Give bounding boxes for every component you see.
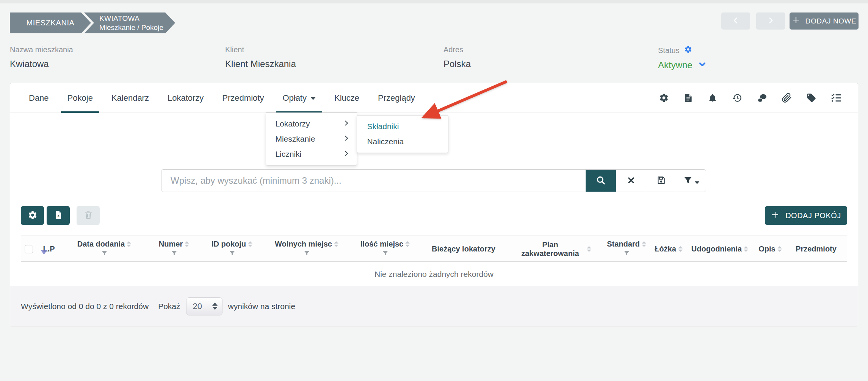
column-header-lp[interactable]: L.P xyxy=(37,236,61,261)
apartment-rooms-page: MIESZKANIA KWIATOWA Mieszkanie / Pokoje … xyxy=(0,0,868,381)
svg-text:x: x xyxy=(57,214,60,218)
address-label: Adres xyxy=(443,45,471,54)
empty-state-text: Nie znaleziono żadnych rekordów xyxy=(374,270,494,279)
breadcrumb-current[interactable]: KWIATOWA Mieszkanie / Pokoje xyxy=(84,12,175,33)
address-value: Polska xyxy=(443,59,471,69)
client-link[interactable]: Klient Mieszkania xyxy=(225,59,296,69)
empty-state-row: Nie znaleziono żadnych rekordów xyxy=(21,262,847,287)
breadcrumb-current-subtitle: Mieszkanie / Pokoje xyxy=(99,23,175,32)
column-header-standard[interactable]: Standard xyxy=(600,236,653,261)
sort-icons[interactable] xyxy=(127,241,131,247)
breadcrumb-root[interactable]: MIESZKANIA xyxy=(10,12,91,33)
column-header-id-pokoju[interactable]: ID pokoju xyxy=(201,236,263,261)
submenu-item-naliczenia[interactable]: Naliczenia xyxy=(357,134,448,149)
chevron-left-icon xyxy=(732,16,740,26)
menu-item-lokatorzy[interactable]: Lokatorzy xyxy=(266,116,357,131)
sort-icons[interactable] xyxy=(587,246,591,252)
caret-down-icon xyxy=(310,97,316,100)
tab-dane[interactable]: Dane xyxy=(22,83,55,112)
column-header-opis[interactable]: Opis xyxy=(755,236,785,261)
checklist-icon[interactable] xyxy=(831,92,842,103)
breadcrumb-root-label: MIESZKANIA xyxy=(26,19,74,27)
search-input[interactable] xyxy=(161,170,586,192)
delete-selected-button[interactable] xyxy=(77,206,100,225)
column-header-wolnych-miejsc[interactable]: Wolnych miejsc xyxy=(263,236,350,261)
sort-icons[interactable] xyxy=(678,246,683,252)
sort-icons[interactable] xyxy=(642,241,646,247)
document-icon[interactable] xyxy=(683,93,693,103)
column-header-data-dodania[interactable]: Data dodania xyxy=(61,236,147,261)
filter-funnel-icon[interactable] xyxy=(229,250,236,259)
sort-icons[interactable] xyxy=(185,241,189,247)
add-room-button[interactable]: DODAJ POKÓJ xyxy=(765,206,847,225)
save-icon xyxy=(656,175,666,186)
search-icon xyxy=(595,175,606,187)
field-apartment-name: Nazwa mieszkania Kwiatowa xyxy=(10,45,73,69)
sort-icons[interactable] xyxy=(405,241,410,247)
status-chevron-down-icon[interactable] xyxy=(699,60,706,70)
tab-kalendarz[interactable]: Kalendarz xyxy=(105,83,155,112)
filter-funnel-icon[interactable] xyxy=(101,250,108,259)
table-settings-button[interactable] xyxy=(21,206,44,225)
select-all-checkbox[interactable] xyxy=(25,245,33,253)
menu-item-mieszkanie[interactable]: Mieszkanie xyxy=(266,131,357,147)
clear-search-button[interactable] xyxy=(616,170,646,192)
column-header-numer[interactable]: Numer xyxy=(147,236,201,261)
filter-funnel-icon[interactable] xyxy=(171,250,178,259)
column-header-udogodnienia[interactable]: Udogodnienia xyxy=(684,236,755,261)
tab-lokatorzy[interactable]: Lokatorzy xyxy=(161,83,210,112)
rooms-card: Dane Pokoje Kalendarz Lokatorzy Przedmio… xyxy=(10,83,858,326)
per-page-label: wyników na stronie xyxy=(228,302,295,311)
menu-item-liczniki[interactable]: Liczniki xyxy=(266,147,357,162)
tab-przeglady[interactable]: Przeglądy xyxy=(371,83,421,112)
prev-record-button[interactable] xyxy=(721,12,750,30)
page-size-stepper[interactable]: 20 xyxy=(186,297,222,315)
status-settings-gear-icon[interactable] xyxy=(684,45,692,55)
tag-icon[interactable] xyxy=(806,93,816,103)
history-icon[interactable] xyxy=(732,93,742,103)
submenu-item-skladniki[interactable]: Składniki xyxy=(357,119,448,134)
column-header-lozka[interactable]: Łóżka xyxy=(653,236,684,261)
add-new-button[interactable]: DODAJ NOWE xyxy=(790,12,859,30)
card-icon-toolbar xyxy=(659,83,842,112)
save-filter-button[interactable] xyxy=(646,170,676,192)
caret-down-icon xyxy=(695,181,699,184)
tab-oplaty[interactable]: Opłaty Lokatorzy Mieszkanie Li xyxy=(276,83,322,112)
tab-pokoje[interactable]: Pokoje xyxy=(61,83,99,112)
filter-funnel-icon[interactable] xyxy=(303,250,310,259)
column-header-ilosc-miejsc[interactable]: Ilość miejsc xyxy=(350,236,420,261)
stepper-arrows-icon[interactable] xyxy=(212,303,218,310)
filter-funnel-icon[interactable] xyxy=(382,250,389,259)
apartment-name-value: Kwiatowa xyxy=(10,59,73,69)
column-header-biezacy-lokatorzy: Bieżący lokatorzy xyxy=(420,236,507,261)
breadcrumb-current-title: KWIATOWA xyxy=(99,14,175,23)
filter-menu-button[interactable] xyxy=(676,170,706,192)
search-button[interactable] xyxy=(586,170,616,192)
sort-icons[interactable] xyxy=(248,241,252,247)
filter-funnel-icon[interactable] xyxy=(623,250,630,259)
table-footer: Wyświetlono od 0 do 0 z 0 rekordów Pokaż… xyxy=(10,286,858,326)
page-size-value: 20 xyxy=(193,301,212,311)
bell-icon[interactable] xyxy=(708,93,718,103)
show-label: Pokaż xyxy=(158,302,180,311)
sort-icons[interactable] xyxy=(777,246,782,252)
column-header-plan-zakwaterowania[interactable]: Plan zakwaterowania xyxy=(507,236,600,261)
gear-icon[interactable] xyxy=(659,93,669,103)
export-excel-button[interactable]: x xyxy=(47,206,70,225)
sort-icons[interactable] xyxy=(744,246,748,252)
next-record-button[interactable] xyxy=(756,12,785,30)
oplaty-dropdown-menu: Lokatorzy Mieszkanie Liczniki xyxy=(266,112,357,166)
tab-klucze[interactable]: Klucze xyxy=(328,83,366,112)
status-value[interactable]: Aktywne xyxy=(658,60,693,70)
search-bar xyxy=(161,169,706,192)
sort-active-caret-icon xyxy=(41,250,47,255)
records-summary: Wyświetlono od 0 do 0 z 0 rekordów xyxy=(21,302,149,311)
client-label: Klient xyxy=(225,45,296,54)
tab-przedmioty[interactable]: Przedmioty xyxy=(216,83,270,112)
chat-icon[interactable] xyxy=(757,93,767,103)
column-header-przedmioty: Przedmioty xyxy=(785,236,847,261)
submenu-chevron-right-icon xyxy=(343,150,350,159)
gear-icon xyxy=(28,210,38,221)
paperclip-icon[interactable] xyxy=(782,93,792,103)
sort-icons[interactable] xyxy=(334,241,338,247)
